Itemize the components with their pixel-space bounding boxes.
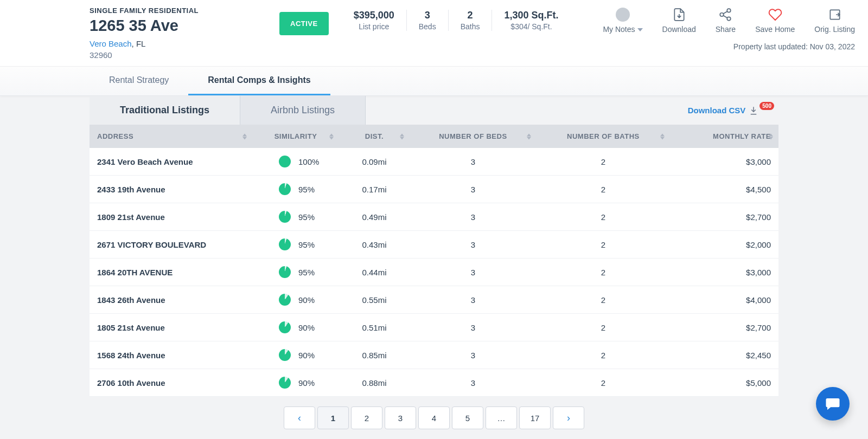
page-4[interactable]: 4 <box>418 406 450 429</box>
svg-line-3 <box>724 16 727 18</box>
table-row[interactable]: 1568 24th Avenue90%0.85mi32$2,450 <box>90 341 778 369</box>
stat-listprice: $395,000List price <box>342 10 406 31</box>
cell-beds: 3 <box>410 369 537 397</box>
listings-sub-tabs: Traditional Listings Airbnb Listings <box>90 96 688 125</box>
similarity-pie-icon <box>279 321 291 333</box>
page-2[interactable]: 2 <box>351 406 382 429</box>
cell-baths: 2 <box>537 203 670 231</box>
my-notes-action[interactable]: My Notes <box>603 8 642 34</box>
cell-beds: 3 <box>410 259 537 286</box>
share-action[interactable]: Share <box>716 8 736 34</box>
sub-tab-traditional[interactable]: Traditional Listings <box>90 96 240 125</box>
similarity-pie-icon <box>279 211 291 223</box>
cell-beds: 3 <box>410 341 537 369</box>
cell-rate: $2,700 <box>670 203 778 231</box>
cell-rate: $3,000 <box>670 259 778 286</box>
cell-similarity: 90% <box>252 286 339 314</box>
tab-rental-strategy[interactable]: Rental Strategy <box>90 67 188 95</box>
cell-similarity: 95% <box>252 231 339 259</box>
cell-beds: 3 <box>410 286 537 314</box>
stat-sqft: 1,300 Sq.Ft.$304/ Sq.Ft. <box>492 10 570 31</box>
similarity-pie-icon <box>279 294 291 306</box>
cell-similarity: 95% <box>252 259 339 286</box>
download-csv-button[interactable]: Download CSV 500 <box>688 106 778 115</box>
sub-tab-airbnb[interactable]: Airbnb Listings <box>240 96 366 125</box>
comps-table: ADDRESS SIMILARITY DIST. NUMBER OF BEDS … <box>90 125 778 397</box>
stat-beds: 3Beds <box>406 10 448 31</box>
chat-icon <box>825 396 841 412</box>
cell-rate: $2,700 <box>670 314 778 341</box>
cell-rate: $3,000 <box>670 148 778 176</box>
sort-icon <box>660 133 665 139</box>
cell-address: 1843 26th Avenue <box>90 286 252 314</box>
cell-address: 2433 19th Avenue <box>90 176 252 203</box>
main-tabs: Rental Strategy Rental Comps & Insights <box>0 67 868 96</box>
sort-icon <box>242 133 247 139</box>
sort-icon <box>400 133 404 139</box>
status-badge: ACTIVE <box>279 12 329 35</box>
cell-rate: $4,000 <box>670 286 778 314</box>
col-similarity[interactable]: SIMILARITY <box>252 125 339 148</box>
table-row[interactable]: 1864 20TH AVENUE95%0.44mi32$3,000 <box>90 259 778 286</box>
svg-line-4 <box>724 11 727 14</box>
sort-icon <box>527 133 531 139</box>
tab-rental-comps[interactable]: Rental Comps & Insights <box>188 67 330 95</box>
col-baths[interactable]: NUMBER OF BATHS <box>537 125 670 148</box>
chat-fab[interactable] <box>816 387 850 421</box>
cell-beds: 3 <box>410 148 537 176</box>
download-action[interactable]: Download <box>662 8 696 34</box>
cell-beds: 3 <box>410 203 537 231</box>
cell-dist: 0.09mi <box>339 148 410 176</box>
page-3[interactable]: 3 <box>385 406 416 429</box>
property-city: Vero Beach, FL <box>90 39 279 48</box>
page-prev[interactable]: ‹ <box>284 406 315 429</box>
header-actions-wrap: My Notes Download Share Save Home Orig. … <box>603 8 855 51</box>
col-address[interactable]: ADDRESS <box>90 125 252 148</box>
sort-icon <box>329 133 334 139</box>
content: Traditional Listings Airbnb Listings Dow… <box>0 96 868 439</box>
similarity-pie-icon <box>279 183 291 195</box>
property-meta: SINGLE FAMILY RESIDENTIAL 1265 35 Ave Ve… <box>90 7 279 60</box>
cell-similarity: 90% <box>252 314 339 341</box>
cell-similarity: 90% <box>252 369 339 397</box>
property-zip: 32960 <box>90 50 279 60</box>
similarity-pie-icon <box>279 266 291 278</box>
table-row[interactable]: 2341 Vero Beach Avenue100%0.09mi32$3,000 <box>90 148 778 176</box>
table-row[interactable]: 2433 19th Avenue95%0.17mi32$4,500 <box>90 176 778 203</box>
city-link[interactable]: Vero Beach <box>90 39 132 48</box>
stat-baths: 2Baths <box>448 10 492 31</box>
cell-address: 2671 VICTORY BOULEVARD <box>90 231 252 259</box>
cell-baths: 2 <box>537 286 670 314</box>
col-beds[interactable]: NUMBER OF BEDS <box>410 125 537 148</box>
page-17[interactable]: 17 <box>519 406 551 429</box>
csv-badge: 500 <box>760 102 774 110</box>
cell-dist: 0.55mi <box>339 286 410 314</box>
table-row[interactable]: 2671 VICTORY BOULEVARD95%0.43mi32$2,000 <box>90 231 778 259</box>
table-row[interactable]: 2706 10th Avenue90%0.88mi32$5,000 <box>90 369 778 397</box>
table-row[interactable]: 1805 21st Avenue90%0.51mi32$2,700 <box>90 314 778 341</box>
heart-icon <box>768 8 782 22</box>
table-row[interactable]: 1843 26th Avenue90%0.55mi32$4,000 <box>90 286 778 314</box>
page-1[interactable]: 1 <box>317 406 349 429</box>
col-dist[interactable]: DIST. <box>339 125 410 148</box>
similarity-pie-icon <box>279 156 291 167</box>
pagination: ‹ 12345…17 › <box>90 406 778 429</box>
download-icon <box>749 106 758 115</box>
cell-address: 1568 24th Avenue <box>90 341 252 369</box>
property-stats: $395,000List price 3Beds 2Baths 1,300 Sq… <box>342 10 571 31</box>
cell-address: 2706 10th Avenue <box>90 369 252 397</box>
save-home-action[interactable]: Save Home <box>755 8 795 34</box>
cell-rate: $5,000 <box>670 369 778 397</box>
page-5[interactable]: 5 <box>452 406 483 429</box>
cell-baths: 2 <box>537 176 670 203</box>
cell-rate: $2,450 <box>670 341 778 369</box>
table-row[interactable]: 1809 21st Avenue95%0.49mi32$2,700 <box>90 203 778 231</box>
orig-listing-action[interactable]: Orig. Listing <box>814 8 855 34</box>
cell-baths: 2 <box>537 369 670 397</box>
listings-toolbar: Traditional Listings Airbnb Listings Dow… <box>90 96 778 125</box>
page-next[interactable]: › <box>553 406 584 429</box>
svg-point-1 <box>720 13 724 17</box>
col-rate[interactable]: MONTHLY RATE <box>670 125 778 148</box>
cell-similarity: 95% <box>252 176 339 203</box>
cell-baths: 2 <box>537 148 670 176</box>
